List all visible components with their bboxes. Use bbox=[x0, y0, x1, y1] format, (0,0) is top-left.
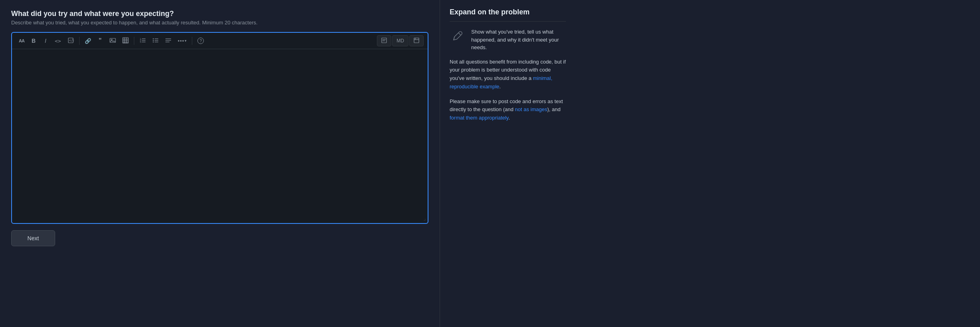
preview-icon bbox=[414, 38, 419, 44]
font-size-button[interactable]: AA bbox=[16, 35, 27, 46]
write-view-button[interactable] bbox=[377, 35, 391, 46]
ordered-list-icon: 1. 2. 3. bbox=[139, 37, 146, 45]
editor-toolbar: AA B I <> </> 🔗 bbox=[12, 33, 428, 49]
blockquote-icon: " bbox=[99, 37, 102, 44]
unordered-list-button[interactable] bbox=[149, 35, 161, 46]
preview-view-button[interactable] bbox=[409, 35, 424, 46]
bold-button[interactable]: B bbox=[28, 35, 39, 46]
pencil-icon bbox=[450, 28, 466, 44]
sidebar-paragraph-1: Not all questions benefit from including… bbox=[450, 58, 566, 91]
question-subtitle: Describe what you tried, what you expect… bbox=[11, 20, 428, 26]
svg-rect-28 bbox=[414, 38, 419, 43]
svg-rect-25 bbox=[382, 38, 386, 43]
paragraph1-text-2: . bbox=[499, 84, 501, 90]
inline-code-icon: </> bbox=[68, 37, 74, 45]
image-button[interactable] bbox=[107, 35, 119, 46]
sidebar: Expand on the problem Show what you've t… bbox=[440, 0, 576, 327]
blockquote-button[interactable]: " bbox=[95, 35, 106, 46]
table-icon bbox=[122, 37, 129, 45]
write-icon bbox=[381, 38, 387, 44]
editor-textarea[interactable] bbox=[17, 54, 423, 218]
md-label: MD bbox=[396, 38, 404, 44]
inline-code-button[interactable]: </> bbox=[65, 35, 77, 46]
toolbar-separator-1 bbox=[79, 37, 80, 45]
sidebar-title: Expand on the problem bbox=[450, 8, 566, 22]
editor-container: AA B I <> </> 🔗 bbox=[11, 32, 428, 224]
svg-point-19 bbox=[153, 38, 153, 39]
svg-point-3 bbox=[111, 39, 112, 40]
editor-body: ⌟ bbox=[12, 49, 428, 223]
sidebar-tip-text: Show what you've tried, tell us what hap… bbox=[471, 28, 566, 52]
image-icon bbox=[110, 37, 116, 45]
code-icon: <> bbox=[55, 38, 61, 44]
action-bar: Next bbox=[11, 230, 428, 246]
paragraph2-link2-text: format them appropriately bbox=[450, 115, 508, 121]
ordered-list-button[interactable]: 1. 2. 3. bbox=[137, 35, 149, 46]
toolbar-separator-2 bbox=[134, 37, 134, 45]
link-icon: 🔗 bbox=[85, 38, 91, 44]
svg-point-20 bbox=[153, 40, 153, 40]
md-view-button[interactable]: MD bbox=[392, 35, 408, 46]
align-icon bbox=[165, 37, 171, 45]
paragraph2-text-2: ), and bbox=[547, 106, 560, 112]
unordered-list-icon bbox=[152, 37, 159, 45]
toolbar-separator-3 bbox=[192, 37, 192, 45]
question-header: What did you try and what were you expec… bbox=[11, 10, 428, 26]
chevron-down-icon: ▾ bbox=[185, 39, 187, 43]
format-appropriately-link[interactable]: format them appropriately bbox=[450, 115, 508, 121]
table-button[interactable] bbox=[120, 35, 131, 46]
font-size-icon: AA bbox=[19, 38, 24, 43]
view-mode-buttons: MD bbox=[377, 35, 424, 46]
not-as-images-link[interactable]: not as images bbox=[515, 106, 547, 112]
sidebar-paragraph-2: Please make sure to post code and errors… bbox=[450, 98, 566, 122]
next-button[interactable]: Next bbox=[11, 230, 55, 246]
main-content: What did you try and what were you expec… bbox=[0, 0, 440, 327]
link-button[interactable]: 🔗 bbox=[82, 35, 94, 46]
svg-point-21 bbox=[153, 41, 153, 42]
sidebar-body: Show what you've tried, tell us what hap… bbox=[450, 28, 566, 122]
more-dots-icon: ••• bbox=[178, 38, 185, 44]
more-button[interactable]: ••• ▾ bbox=[175, 35, 190, 46]
paragraph2-text-3: . bbox=[508, 115, 510, 121]
italic-label: I bbox=[45, 38, 46, 44]
resize-handle[interactable]: ⌟ bbox=[423, 215, 426, 221]
italic-button[interactable]: I bbox=[40, 35, 51, 46]
help-button[interactable]: ? bbox=[195, 35, 207, 46]
bold-label: B bbox=[32, 38, 36, 44]
code-button[interactable]: <> bbox=[52, 35, 64, 46]
align-button[interactable] bbox=[162, 35, 174, 46]
sidebar-tip: Show what you've tried, tell us what hap… bbox=[450, 28, 566, 52]
svg-text:</>: </> bbox=[69, 39, 74, 42]
help-icon: ? bbox=[197, 38, 204, 44]
svg-text:3.: 3. bbox=[140, 40, 141, 43]
paragraph2-link1-text: not as images bbox=[515, 106, 547, 112]
question-title: What did you try and what were you expec… bbox=[11, 10, 428, 18]
